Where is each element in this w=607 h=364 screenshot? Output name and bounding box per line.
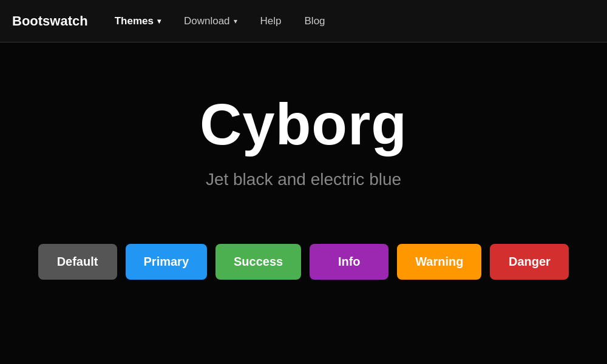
btn-default[interactable]: Default <box>38 244 117 280</box>
nav-themes-label: Themes <box>115 15 154 27</box>
btn-success[interactable]: Success <box>215 244 301 280</box>
hero-title: Cyborg <box>200 91 407 158</box>
nav-item-download[interactable]: Download ▾ <box>175 10 246 32</box>
btn-danger[interactable]: Danger <box>490 244 569 280</box>
btn-primary[interactable]: Primary <box>126 244 208 280</box>
nav-blog-label: Blog <box>305 15 325 27</box>
nav-item-themes[interactable]: Themes ▾ <box>106 10 169 32</box>
nav-items: Themes ▾ Download ▾ Help Blog <box>106 10 334 32</box>
nav-download-label: Download <box>184 15 230 27</box>
navbar: Bootswatch Themes ▾ Download ▾ Help Blog <box>0 0 607 42</box>
hero-subtitle: Jet black and electric blue <box>206 170 401 189</box>
buttons-section: Default Primary Success Info Warning Dan… <box>0 226 607 298</box>
chevron-down-icon: ▾ <box>234 17 237 25</box>
nav-item-blog[interactable]: Blog <box>296 10 334 32</box>
nav-help-label: Help <box>260 15 282 27</box>
chevron-down-icon: ▾ <box>157 17 161 25</box>
btn-info[interactable]: Info <box>310 244 388 280</box>
nav-item-help[interactable]: Help <box>252 10 290 32</box>
navbar-brand[interactable]: Bootswatch <box>12 13 88 29</box>
btn-warning[interactable]: Warning <box>397 244 481 280</box>
hero-section: Cyborg Jet black and electric blue <box>0 42 607 226</box>
